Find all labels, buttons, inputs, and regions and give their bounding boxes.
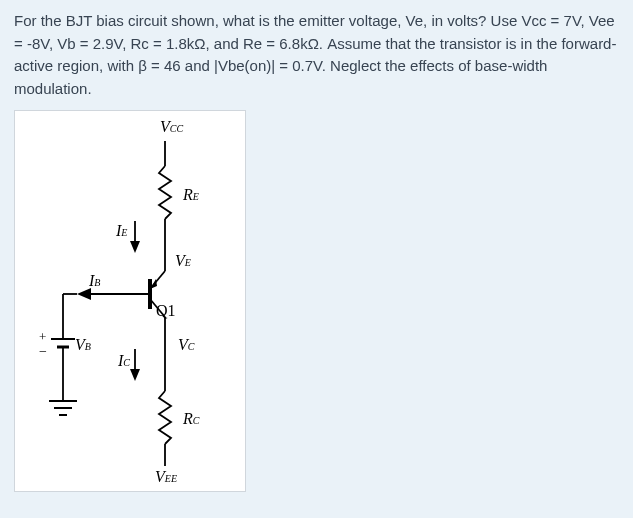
label-ic: IC [118, 349, 130, 373]
question-text: For the BJT bias circuit shown, what is … [14, 10, 619, 100]
label-vee: VEE [155, 465, 177, 489]
circuit-diagram-container: VCC RE IE VE IB Q1 VB + − IC VC [14, 110, 246, 492]
label-vb: VB [75, 333, 91, 357]
svg-marker-13 [130, 369, 140, 381]
circuit-svg [15, 111, 245, 491]
label-vcc: VCC [160, 115, 183, 139]
label-vc: VC [178, 333, 194, 357]
label-rc: RC [183, 407, 199, 431]
circuit-diagram: VCC RE IE VE IB Q1 VB + − IC VC [15, 111, 245, 491]
svg-marker-11 [130, 241, 140, 253]
label-ib: IB [89, 269, 100, 293]
label-q1: Q1 [156, 299, 176, 323]
label-ie: IE [116, 219, 127, 243]
label-re: RE [183, 183, 199, 207]
label-ve: VE [175, 249, 191, 273]
label-vb-minus: − [39, 341, 47, 362]
question-body: For the BJT bias circuit shown, what is … [14, 12, 616, 97]
